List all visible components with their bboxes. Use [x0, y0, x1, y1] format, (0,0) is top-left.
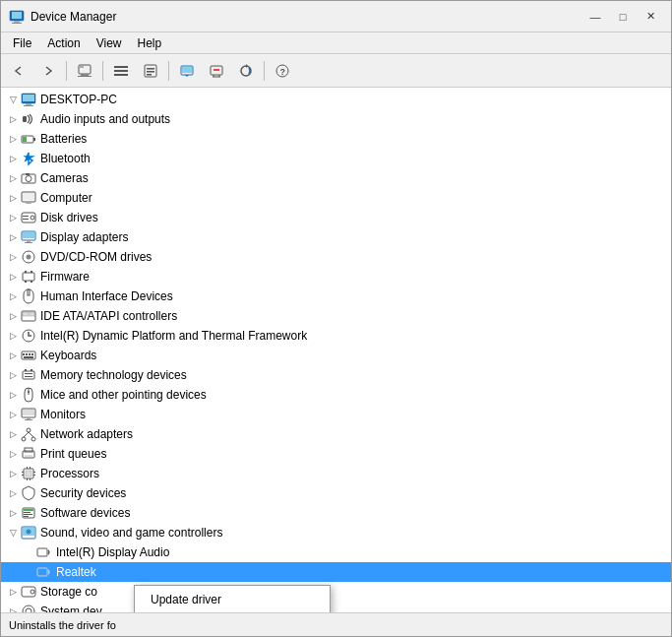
software-devices-expander[interactable]: ▷ [5, 505, 21, 521]
maximize-button[interactable]: □ [610, 7, 636, 27]
properties-button[interactable] [137, 58, 164, 84]
update-driver-button[interactable] [173, 58, 201, 84]
cameras-item[interactable]: ▷ Cameras [1, 168, 671, 188]
svg-rect-96 [27, 478, 28, 480]
svg-rect-12 [147, 68, 154, 70]
system-dev-item[interactable]: ▷ System dev [1, 602, 671, 612]
svg-point-80 [27, 428, 31, 432]
forward-button[interactable] [34, 58, 62, 84]
svg-rect-102 [24, 516, 29, 517]
context-menu-disable-device[interactable]: Disable device [135, 611, 330, 612]
menu-file[interactable]: File [5, 34, 39, 52]
bluetooth-expander[interactable]: ▷ [5, 151, 21, 166]
computer-item[interactable]: ▷ Computer [1, 188, 671, 208]
hid-item[interactable]: ▷ Human Interface Devices [1, 287, 671, 306]
network-expander[interactable]: ▷ [5, 426, 21, 442]
sound-expander[interactable]: ▽ [5, 525, 21, 541]
tree-root-item[interactable]: ▽ DESKTOP-PC [1, 90, 671, 109]
svg-rect-67 [24, 356, 33, 358]
mice-item[interactable]: ▷ Mice and other pointing devices [1, 385, 671, 405]
cameras-expander[interactable]: ▷ [5, 170, 21, 186]
realtek-item[interactable]: Realtek [1, 562, 671, 582]
svg-rect-57 [28, 289, 30, 295]
keyboards-expander[interactable]: ▷ [5, 348, 21, 363]
display-expander[interactable]: ▷ [5, 229, 21, 245]
scan-button[interactable] [232, 58, 260, 84]
hid-expander[interactable]: ▷ [5, 288, 21, 304]
uninstall-button[interactable] [203, 58, 230, 84]
device-tree-panel[interactable]: ▽ DESKTOP-PC ▷ [1, 88, 671, 612]
intel-thermal-icon [21, 328, 36, 344]
device-manager-window: Device Manager — □ ✕ File Action View He… [0, 0, 672, 637]
context-menu-update-driver[interactable]: Update driver [135, 588, 330, 611]
memory-tech-label: Memory technology devices [40, 368, 187, 382]
print-queues-expander[interactable]: ▷ [5, 446, 21, 462]
batteries-item[interactable]: ▷ Batteries [1, 129, 671, 149]
security-label: Security devices [40, 486, 126, 500]
disk-drives-expander[interactable]: ▷ [5, 210, 21, 225]
software-devices-item[interactable]: ▷ Software devices [1, 503, 671, 523]
sound-item[interactable]: ▽ Sound, video and game controllers [1, 523, 671, 542]
bluetooth-label: Bluetooth [40, 152, 91, 165]
processors-item[interactable]: ▷ Processors [1, 464, 671, 483]
processors-expander[interactable]: ▷ [5, 466, 21, 481]
monitors-item[interactable]: ▷ Monitors [1, 405, 671, 424]
cameras-icon [21, 170, 36, 186]
svg-rect-40 [22, 213, 35, 223]
ide-expander[interactable]: ▷ [5, 308, 21, 324]
batteries-expander[interactable]: ▷ [5, 131, 21, 147]
minimize-button[interactable]: — [582, 7, 608, 27]
svg-rect-10 [114, 74, 128, 76]
up-button[interactable] [71, 58, 98, 84]
intel-thermal-item[interactable]: ▷ Intel(R) Dynamic Platform and Thermal … [1, 326, 671, 346]
system-dev-expander[interactable]: ▷ [5, 604, 21, 612]
back-button[interactable] [5, 58, 32, 84]
svg-rect-100 [24, 512, 31, 513]
network-item[interactable]: ▷ Network adapters [1, 424, 671, 444]
print-queues-item[interactable]: ▷ Print queues [1, 444, 671, 464]
svg-rect-52 [25, 271, 27, 273]
firmware-item[interactable]: ▷ Firmware [1, 267, 671, 287]
memory-tech-expander[interactable]: ▷ [5, 367, 21, 383]
audio-item[interactable]: ▷ Audio inputs and outputs [1, 109, 671, 129]
intel-thermal-expander[interactable]: ▷ [5, 328, 21, 344]
svg-rect-64 [26, 353, 28, 355]
title-bar: Device Manager — □ ✕ [1, 1, 671, 32]
toolbar-sep-4 [264, 61, 265, 81]
monitors-expander[interactable]: ▷ [5, 407, 21, 422]
display-item[interactable]: ▷ Display adapters [1, 227, 671, 247]
computer-expander[interactable]: ▷ [5, 190, 21, 206]
dvd-item[interactable]: ▷ DVD/CD-ROM drives [1, 247, 671, 267]
svg-rect-43 [23, 219, 29, 220]
svg-rect-30 [23, 116, 27, 122]
status-bar: Uninstalls the driver fo [1, 612, 671, 636]
menu-action[interactable]: Action [39, 34, 88, 52]
close-button[interactable]: ✕ [638, 7, 663, 27]
intel-display-audio-item[interactable]: Intel(R) Display Audio [1, 542, 671, 562]
disk-drives-item[interactable]: ▷ Disk drives [1, 208, 671, 227]
menu-help[interactable]: Help [130, 34, 170, 52]
keyboards-item[interactable]: ▷ Keyboards [1, 346, 671, 365]
keyboards-label: Keyboards [40, 349, 96, 362]
bluetooth-item[interactable]: ▷ Bluetooth [1, 149, 671, 168]
dvd-expander[interactable]: ▷ [5, 249, 21, 265]
svg-rect-97 [30, 478, 31, 480]
svg-rect-107 [37, 548, 47, 556]
memory-tech-item[interactable]: ▷ Memory technology devices [1, 365, 671, 385]
security-item[interactable]: ▷ Security devices [1, 483, 671, 503]
firmware-label: Firmware [40, 270, 90, 284]
menu-view[interactable]: View [89, 34, 130, 52]
show-hide-button[interactable] [107, 58, 135, 84]
storage-item[interactable]: ▷ Storage co [1, 582, 671, 602]
root-expander[interactable]: ▽ [5, 92, 21, 107]
svg-rect-46 [27, 240, 31, 242]
mice-expander[interactable]: ▷ [5, 387, 21, 403]
help-button[interactable]: ? [269, 58, 296, 84]
audio-expander[interactable]: ▷ [5, 111, 21, 127]
sound-label: Sound, video and game controllers [40, 526, 222, 540]
menu-bar: File Action View Help [1, 32, 671, 54]
ide-item[interactable]: ▷ IDE ATA/ATAPI controllers [1, 306, 671, 326]
storage-expander[interactable]: ▷ [5, 584, 21, 600]
firmware-expander[interactable]: ▷ [5, 269, 21, 285]
security-expander[interactable]: ▷ [5, 485, 21, 501]
